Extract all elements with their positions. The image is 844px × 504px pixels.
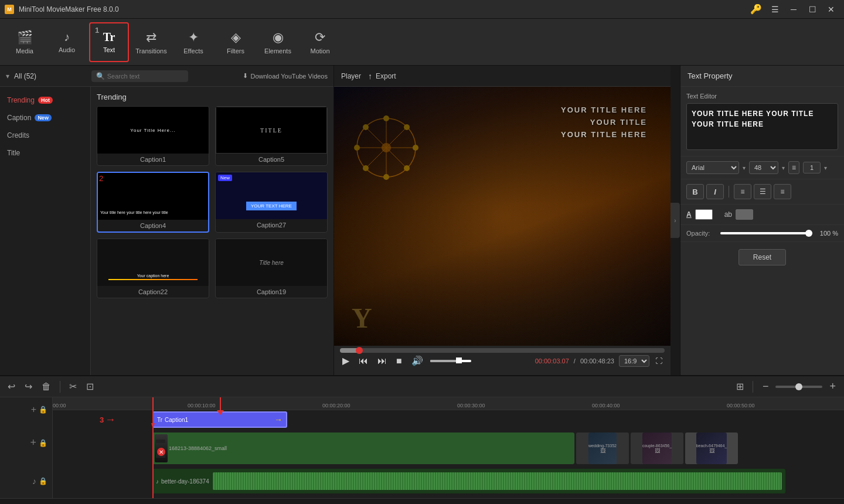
cat-caption-label: Caption xyxy=(7,114,31,122)
grid-item-caption5[interactable]: TITLE Caption5 xyxy=(215,106,328,166)
controls-row: ▶ ⏮ ⏭ ■ 🔊 00:00:03.07 / 00:00:48:23 16:9 xyxy=(340,354,665,367)
tool-media-label: Media xyxy=(16,47,33,55)
prev-btn[interactable]: ⏮ xyxy=(356,355,370,367)
bold-btn[interactable]: B xyxy=(686,184,704,199)
ruler-label-10: 00:00:10:00 xyxy=(188,403,216,410)
align-center-btn[interactable]: ☰ xyxy=(754,184,771,199)
caption-clip-label: Caption1 xyxy=(165,417,188,423)
reset-button[interactable]: Reset xyxy=(738,249,786,265)
align-right-btn[interactable]: ≡ xyxy=(774,184,791,199)
ruler-label-20: 00:00:20:00 xyxy=(322,403,350,410)
caption19-label: Caption19 xyxy=(216,286,327,298)
font-select[interactable]: Arial Times New Roman Verdana xyxy=(686,161,739,174)
tl-video-add-btn[interactable]: + xyxy=(30,437,36,449)
progress-handle xyxy=(356,347,363,354)
tl-audio-ctrl: ♪ 🔒 xyxy=(2,468,50,495)
ruler-tick-0: 00:00 xyxy=(53,397,66,410)
tool-elements[interactable]: ◉ Elements xyxy=(258,22,298,62)
caption22-thumb: Your caption here xyxy=(97,239,209,286)
panel-toggle-btn[interactable]: › xyxy=(671,203,680,238)
audio-clip[interactable]: ♪ better-day-186374 xyxy=(152,469,785,493)
video-clip-beach[interactable]: beach-6479464_ 🖼 xyxy=(685,433,738,464)
ratio-select[interactable]: 16:9 9:16 1:1 xyxy=(619,355,649,367)
key-icon: 🔑 xyxy=(750,4,762,15)
size-dropdown-icon: ▾ xyxy=(782,165,785,171)
bg-color-label: ab xyxy=(724,210,732,219)
cat-trending[interactable]: Trending Hot xyxy=(0,91,90,109)
tl-crop-btn[interactable]: ⊡ xyxy=(83,379,97,394)
close-btn[interactable]: ✕ xyxy=(823,4,839,15)
tl-split-view-btn[interactable]: ⊞ xyxy=(733,379,747,394)
grid-item-caption4[interactable]: Your title here your title here your tit… xyxy=(97,172,209,233)
tl-caption-lock-btn[interactable]: 🔒 xyxy=(39,406,47,414)
tl-redo-btn[interactable]: ↪ xyxy=(22,379,35,394)
tool-audio[interactable]: ♪ Audio xyxy=(47,22,87,62)
volume-handle xyxy=(456,357,462,363)
tool-effects[interactable]: ✦ Effects xyxy=(173,22,213,62)
grid-item-caption27[interactable]: New YOUR TEXT HERE Caption27 xyxy=(215,172,328,233)
italic-btn[interactable]: I xyxy=(706,184,724,199)
zoom-slider[interactable] xyxy=(775,386,822,388)
cat-credits[interactable]: Credits xyxy=(0,127,90,144)
video-clip-couple[interactable]: couple-863456_ 🖼 xyxy=(631,433,683,464)
grid-item-caption19[interactable]: Title here Caption19 xyxy=(215,239,328,298)
minimize-btn[interactable]: ─ xyxy=(785,4,802,15)
couple-label: couple-863456_ xyxy=(642,444,672,448)
opacity-controls: Opacity: 100 % xyxy=(680,225,844,242)
size-select[interactable]: 48 24 36 60 72 xyxy=(749,161,778,174)
tool-effects-label: Effects xyxy=(183,47,203,55)
titlebar-left: M MiniTool MovieMaker Free 8.0.0 xyxy=(5,5,119,14)
play-btn[interactable]: ▶ xyxy=(340,354,352,367)
media-icon: 🎬 xyxy=(17,30,33,45)
right-panel-title: Text Property xyxy=(688,71,733,80)
all-count-label: All (52) xyxy=(14,72,36,80)
hamburger-btn[interactable]: ☰ xyxy=(767,4,783,15)
cat-caption[interactable]: Caption New xyxy=(0,109,90,127)
volume-slider[interactable] xyxy=(430,360,471,362)
zoom-out-btn[interactable]: − xyxy=(759,379,772,394)
cat-title[interactable]: Title xyxy=(0,144,90,162)
ruler-label-50: 00:00:50:00 xyxy=(727,403,755,410)
tl-audio-icon: ♪ xyxy=(32,476,36,486)
tool-media[interactable]: 🎬 Media xyxy=(5,22,45,62)
tl-delete-btn[interactable]: 🗑 xyxy=(39,380,54,394)
search-input[interactable] xyxy=(107,73,183,80)
tool-text[interactable]: 1 Tr Text xyxy=(89,22,129,62)
format-controls: B I ≡ ☰ ≡ xyxy=(680,179,844,205)
tl-undo-btn[interactable]: ↩ xyxy=(5,379,18,394)
font-color-swatch[interactable] xyxy=(695,209,713,220)
horizontal-scrollbar[interactable] xyxy=(0,498,844,504)
align-left-btn[interactable]: ≡ xyxy=(734,184,751,199)
download-youtube-btn[interactable]: ⬇ Download YouTube Videos xyxy=(243,72,328,80)
line-height-btn[interactable]: ≡ xyxy=(788,161,799,174)
video-clip-main[interactable]: 168213-38884062_small ✕ xyxy=(152,433,574,464)
tl-caption-add-btn[interactable]: + xyxy=(31,404,36,415)
volume-btn[interactable]: 🔊 xyxy=(409,354,426,367)
zoom-in-btn[interactable]: + xyxy=(826,379,839,394)
player-title: Player xyxy=(341,72,361,80)
error-marker: ✕ xyxy=(157,448,165,456)
video-clip-wedding[interactable]: wedding-73352 🖼 xyxy=(576,433,629,464)
grid-item-caption1[interactable]: Your Title Here... Caption1 xyxy=(97,106,209,166)
tl-track-controls: + 🔒 + 🔒 ♪ 🔒 xyxy=(0,397,53,498)
grid-item-caption22[interactable]: Your caption here Caption22 xyxy=(97,239,209,298)
maximize-btn[interactable]: ☐ xyxy=(804,4,821,15)
bg-color-swatch[interactable] xyxy=(736,209,753,220)
tl-cut-btn[interactable]: ✂ xyxy=(66,379,80,394)
tool-transitions[interactable]: ⇄ Transitions xyxy=(131,22,171,62)
tl-audio-lock-btn[interactable]: 🔒 xyxy=(39,477,47,485)
stop-btn[interactable]: ■ xyxy=(394,355,404,367)
fullscreen-btn[interactable]: ⛶ xyxy=(653,356,665,366)
export-button[interactable]: ↑ Export xyxy=(361,69,403,83)
text-editor-box[interactable]: YOUR TITLE HERE YOUR TITLE YOUR TITLE HE… xyxy=(686,103,838,150)
progress-bar[interactable] xyxy=(340,348,665,353)
opacity-slider[interactable] xyxy=(720,232,812,234)
wedding-label: wedding-73352 xyxy=(588,444,617,448)
tool-filters[interactable]: ◈ Filters xyxy=(216,22,256,62)
next-btn[interactable]: ⏭ xyxy=(375,355,389,367)
color-controls: A ab xyxy=(680,205,844,225)
tool-filters-label: Filters xyxy=(227,47,244,55)
dropdown-arrow: ▾ xyxy=(6,72,9,80)
tool-motion[interactable]: ⟳ Motion xyxy=(300,22,340,62)
tl-video-lock-btn[interactable]: 🔒 xyxy=(39,439,47,447)
